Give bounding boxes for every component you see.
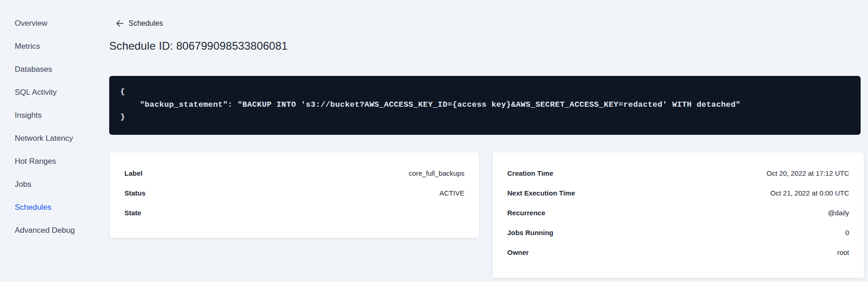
detail-value: 0 <box>845 229 849 236</box>
detail-value: @daily <box>828 209 849 217</box>
sidebar-item-label: Hot Ranges <box>15 156 56 166</box>
sidebar-item-label: Schedules <box>15 202 51 212</box>
sidebar-item-label: SQL Activity <box>15 87 57 97</box>
sidebar-item-network-latency[interactable]: Network Latency <box>15 133 109 156</box>
back-to-schedules-link[interactable]: Schedules <box>116 19 163 28</box>
sidebar-item-advanced-debug[interactable]: Advanced Debug <box>15 225 109 248</box>
detail-row-status: Status ACTIVE <box>124 183 464 203</box>
arrow-left-icon <box>116 20 123 27</box>
sidebar-item-label: Insights <box>15 110 42 120</box>
detail-row-recurrence: Recurrence @daily <box>507 203 849 223</box>
detail-row-creation-time: Creation Time Oct 20, 2022 at 17:12 UTC <box>507 163 849 183</box>
page-title: Schedule ID: 806799098533806081 <box>109 40 287 52</box>
sidebar-item-hot-ranges[interactable]: Hot Ranges <box>15 156 109 179</box>
detail-value: Oct 20, 2022 at 17:12 UTC <box>767 169 849 177</box>
detail-label: Owner <box>507 248 529 256</box>
detail-value: Oct 21, 2022 at 0:00 UTC <box>770 189 849 197</box>
detail-label: Status <box>124 189 146 197</box>
detail-label: Recurrence <box>507 209 545 217</box>
sidebar-item-label: Advanced Debug <box>15 225 75 235</box>
detail-row-jobs-running: Jobs Running 0 <box>507 223 849 242</box>
sidebar-item-sql-activity[interactable]: SQL Activity <box>15 87 109 110</box>
sidebar-nav: Overview Metrics Databases SQL Activity … <box>0 0 109 282</box>
detail-row-label: Label core_full_backups <box>124 163 464 183</box>
detail-label: Next Execution Time <box>507 189 575 197</box>
sidebar-item-overview[interactable]: Overview <box>15 18 109 41</box>
sidebar-item-databases[interactable]: Databases <box>15 64 109 87</box>
detail-row-next-execution-time: Next Execution Time Oct 21, 2022 at 0:00… <box>507 183 849 203</box>
sidebar-item-metrics[interactable]: Metrics <box>15 41 109 64</box>
detail-label: Label <box>124 169 142 177</box>
detail-label: Jobs Running <box>507 229 553 236</box>
detail-row-state: State <box>124 203 464 223</box>
code-line: { <box>120 86 850 98</box>
detail-label: Creation Time <box>507 169 553 177</box>
execution-details-card: Creation Time Oct 20, 2022 at 17:12 UTC … <box>492 152 864 278</box>
code-line: "backup_statement": "BACKUP INTO 's3://b… <box>120 98 850 111</box>
sidebar-item-insights[interactable]: Insights <box>15 110 109 133</box>
schedule-definition-code-block: { "backup_statement": "BACKUP INTO 's3:/… <box>109 76 861 135</box>
sidebar-item-label: Jobs <box>15 179 31 189</box>
sidebar-item-schedules[interactable]: Schedules <box>15 202 109 225</box>
detail-row-owner: Owner root <box>507 242 849 262</box>
schedule-details-card: Label core_full_backups Status ACTIVE St… <box>109 152 480 238</box>
detail-value: ACTIVE <box>440 189 464 197</box>
sidebar-item-label: Metrics <box>15 41 40 51</box>
detail-value: root <box>837 248 849 256</box>
detail-value: core_full_backups <box>409 169 464 177</box>
sidebar-item-label: Databases <box>15 64 52 74</box>
sidebar-item-label: Network Latency <box>15 133 73 143</box>
back-link-label: Schedules <box>129 19 163 28</box>
sidebar-item-jobs[interactable]: Jobs <box>15 179 109 202</box>
sidebar-item-label: Overview <box>15 18 47 28</box>
code-line: } <box>120 111 850 124</box>
detail-label: State <box>124 209 141 217</box>
